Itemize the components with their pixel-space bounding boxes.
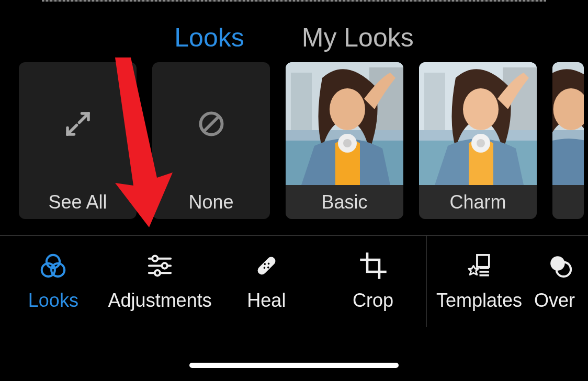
look-label: [552, 185, 584, 219]
look-label: None: [152, 185, 270, 219]
tab-my-looks[interactable]: My Looks: [302, 22, 414, 53]
venn-icon: [39, 251, 67, 280]
look-none[interactable]: None: [152, 62, 270, 219]
look-charm[interactable]: Charm: [419, 62, 537, 219]
look-label: Charm: [419, 185, 537, 219]
svg-rect-38: [477, 255, 489, 267]
look-thumbnail: [286, 62, 403, 185]
tool-heal[interactable]: Heal: [213, 236, 320, 327]
look-label: See All: [19, 185, 137, 219]
look-see-all[interactable]: See All: [19, 62, 137, 219]
look-thumbnail: [552, 62, 584, 185]
tool-label: Adjustments: [108, 290, 212, 311]
expand-icon: [62, 108, 94, 140]
image-preview: [0, 0, 588, 3]
svg-rect-33: [256, 255, 277, 276]
bandaid-icon: [252, 251, 281, 280]
svg-point-32: [155, 270, 160, 275]
looks-tabbar: Looks My Looks: [0, 3, 588, 53]
bottom-toolbar: Looks Adjustments: [0, 235, 588, 327]
tool-overlays[interactable]: Over: [532, 236, 588, 327]
templates-icon: [465, 251, 494, 280]
tool-label: Looks: [28, 290, 78, 311]
svg-point-30: [152, 256, 157, 261]
tool-templates[interactable]: Templates: [427, 236, 532, 327]
overlays-icon: [546, 251, 574, 280]
svg-point-19: [477, 139, 485, 147]
svg-point-31: [162, 263, 167, 268]
svg-point-11: [343, 139, 352, 147]
prohibit-icon: [196, 109, 227, 139]
looks-carousel[interactable]: See All None: [0, 53, 588, 219]
tool-label: Heal: [247, 290, 286, 311]
look-label: Basic: [286, 185, 403, 219]
tool-label: Over: [529, 290, 588, 311]
svg-point-9: [330, 88, 365, 130]
tool-looks[interactable]: Looks: [0, 236, 107, 327]
svg-rect-6: [291, 73, 312, 130]
tool-label: Crop: [353, 290, 393, 311]
svg-point-42: [550, 256, 565, 271]
look-thumbnail: [419, 62, 537, 185]
look-next-partial[interactable]: [552, 62, 584, 219]
svg-rect-14: [424, 73, 445, 130]
tool-crop[interactable]: Crop: [320, 236, 426, 327]
tab-looks[interactable]: Looks: [174, 22, 244, 53]
svg-point-17: [463, 88, 499, 130]
tool-label: Templates: [436, 290, 522, 311]
home-indicator: [189, 363, 399, 368]
tool-adjustments[interactable]: Adjustments: [107, 236, 213, 327]
crop-icon: [359, 251, 388, 280]
look-basic[interactable]: Basic: [286, 62, 403, 219]
svg-line-3: [203, 116, 219, 131]
sliders-icon: [145, 251, 174, 280]
